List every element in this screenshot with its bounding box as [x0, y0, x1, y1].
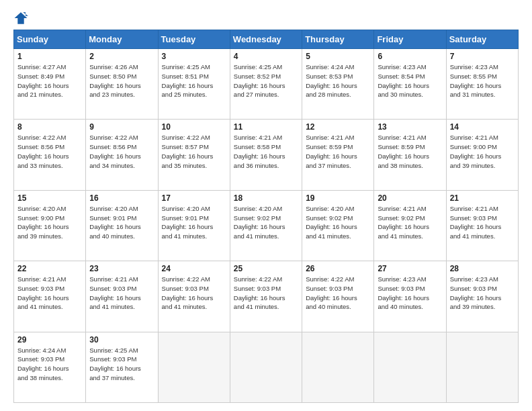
- calendar-cell: 10Sunrise: 4:22 AM Sunset: 8:57 PM Dayli…: [158, 120, 230, 190]
- calendar-header-monday: Monday: [86, 30, 158, 49]
- day-info: Sunrise: 4:21 AM Sunset: 8:59 PM Dayligh…: [378, 133, 442, 170]
- day-info: Sunrise: 4:21 AM Sunset: 9:03 PM Dayligh…: [17, 275, 82, 312]
- day-number: 5: [306, 52, 370, 61]
- calendar-cell: 24Sunrise: 4:22 AM Sunset: 9:03 PM Dayli…: [158, 261, 230, 332]
- calendar-cell: 25Sunrise: 4:22 AM Sunset: 9:03 PM Dayli…: [230, 261, 302, 332]
- calendar-cell: 20Sunrise: 4:21 AM Sunset: 9:02 PM Dayli…: [374, 190, 446, 261]
- day-number: 22: [17, 264, 82, 273]
- day-info: Sunrise: 4:22 AM Sunset: 9:03 PM Dayligh…: [234, 275, 298, 312]
- calendar-cell: 3Sunrise: 4:25 AM Sunset: 8:51 PM Daylig…: [158, 49, 230, 120]
- day-number: 7: [450, 52, 515, 61]
- day-number: 3: [162, 52, 226, 61]
- day-info: Sunrise: 4:21 AM Sunset: 9:02 PM Dayligh…: [378, 204, 442, 241]
- calendar-row-4: 29Sunrise: 4:24 AM Sunset: 9:03 PM Dayli…: [14, 332, 519, 402]
- calendar-cell: 26Sunrise: 4:22 AM Sunset: 9:03 PM Dayli…: [302, 261, 374, 332]
- calendar-cell: [230, 332, 302, 402]
- day-number: 19: [306, 193, 370, 203]
- header: [13, 11, 519, 26]
- calendar-row-1: 8Sunrise: 4:22 AM Sunset: 8:56 PM Daylig…: [14, 120, 519, 190]
- day-info: Sunrise: 4:22 AM Sunset: 8:56 PM Dayligh…: [89, 133, 154, 170]
- calendar-header-wednesday: Wednesday: [230, 30, 302, 49]
- day-number: 26: [306, 264, 370, 273]
- day-info: Sunrise: 4:25 AM Sunset: 9:03 PM Dayligh…: [89, 346, 154, 383]
- day-number: 28: [450, 264, 515, 273]
- day-info: Sunrise: 4:20 AM Sunset: 9:01 PM Dayligh…: [89, 204, 154, 241]
- day-number: 6: [378, 52, 442, 61]
- day-info: Sunrise: 4:26 AM Sunset: 8:50 PM Dayligh…: [89, 62, 154, 99]
- calendar-cell: 8Sunrise: 4:22 AM Sunset: 8:56 PM Daylig…: [14, 120, 86, 190]
- day-info: Sunrise: 4:20 AM Sunset: 9:00 PM Dayligh…: [17, 204, 82, 241]
- day-info: Sunrise: 4:23 AM Sunset: 9:03 PM Dayligh…: [450, 275, 515, 312]
- calendar-cell: 27Sunrise: 4:23 AM Sunset: 9:03 PM Dayli…: [374, 261, 446, 332]
- day-number: 29: [17, 335, 82, 345]
- page: SundayMondayTuesdayWednesdayThursdayFrid…: [0, 0, 532, 411]
- day-info: Sunrise: 4:22 AM Sunset: 9:03 PM Dayligh…: [306, 275, 370, 312]
- day-info: Sunrise: 4:20 AM Sunset: 9:02 PM Dayligh…: [234, 204, 298, 241]
- calendar-row-0: 1Sunrise: 4:27 AM Sunset: 8:49 PM Daylig…: [14, 49, 519, 120]
- calendar-cell: 29Sunrise: 4:24 AM Sunset: 9:03 PM Dayli…: [14, 332, 86, 402]
- calendar-header-friday: Friday: [374, 30, 446, 49]
- calendar-cell: 30Sunrise: 4:25 AM Sunset: 9:03 PM Dayli…: [86, 332, 158, 402]
- day-info: Sunrise: 4:24 AM Sunset: 9:03 PM Dayligh…: [17, 346, 82, 383]
- calendar-cell: 23Sunrise: 4:21 AM Sunset: 9:03 PM Dayli…: [86, 261, 158, 332]
- day-number: 4: [234, 52, 298, 61]
- calendar-cell: 28Sunrise: 4:23 AM Sunset: 9:03 PM Dayli…: [446, 261, 518, 332]
- logo-icon: [13, 11, 28, 26]
- calendar-cell: 21Sunrise: 4:21 AM Sunset: 9:03 PM Dayli…: [446, 190, 518, 261]
- day-info: Sunrise: 4:23 AM Sunset: 8:55 PM Dayligh…: [450, 62, 515, 99]
- day-number: 16: [89, 193, 154, 203]
- calendar-cell: 22Sunrise: 4:21 AM Sunset: 9:03 PM Dayli…: [14, 261, 86, 332]
- day-number: 23: [89, 264, 154, 273]
- calendar-cell: 5Sunrise: 4:24 AM Sunset: 8:53 PM Daylig…: [302, 49, 374, 120]
- day-number: 8: [17, 122, 82, 132]
- day-number: 17: [162, 193, 226, 203]
- day-info: Sunrise: 4:24 AM Sunset: 8:53 PM Dayligh…: [306, 62, 370, 99]
- day-number: 24: [162, 264, 226, 273]
- day-number: 2: [89, 52, 154, 61]
- day-number: 12: [306, 122, 370, 132]
- day-info: Sunrise: 4:21 AM Sunset: 9:00 PM Dayligh…: [450, 133, 515, 170]
- calendar-cell: 4Sunrise: 4:25 AM Sunset: 8:52 PM Daylig…: [230, 49, 302, 120]
- day-info: Sunrise: 4:23 AM Sunset: 9:03 PM Dayligh…: [378, 275, 442, 312]
- day-info: Sunrise: 4:21 AM Sunset: 9:03 PM Dayligh…: [89, 275, 154, 312]
- day-info: Sunrise: 4:22 AM Sunset: 9:03 PM Dayligh…: [162, 275, 226, 312]
- svg-marker-0: [15, 12, 28, 24]
- day-number: 25: [234, 264, 298, 273]
- day-number: 18: [234, 193, 298, 203]
- calendar-cell: 17Sunrise: 4:20 AM Sunset: 9:01 PM Dayli…: [158, 190, 230, 261]
- day-info: Sunrise: 4:21 AM Sunset: 9:03 PM Dayligh…: [450, 204, 515, 241]
- day-number: 11: [234, 122, 298, 132]
- day-info: Sunrise: 4:20 AM Sunset: 9:01 PM Dayligh…: [162, 204, 226, 241]
- calendar-cell: 15Sunrise: 4:20 AM Sunset: 9:00 PM Dayli…: [14, 190, 86, 261]
- calendar-cell: [158, 332, 230, 402]
- calendar-cell: 18Sunrise: 4:20 AM Sunset: 9:02 PM Dayli…: [230, 190, 302, 261]
- day-number: 21: [450, 193, 515, 203]
- day-info: Sunrise: 4:22 AM Sunset: 8:57 PM Dayligh…: [162, 133, 226, 170]
- logo: [13, 11, 31, 26]
- calendar-cell: [374, 332, 446, 402]
- day-info: Sunrise: 4:27 AM Sunset: 8:49 PM Dayligh…: [17, 62, 82, 99]
- calendar-header-thursday: Thursday: [302, 30, 374, 49]
- calendar-cell: 14Sunrise: 4:21 AM Sunset: 9:00 PM Dayli…: [446, 120, 518, 190]
- calendar-header-tuesday: Tuesday: [158, 30, 230, 49]
- calendar-cell: 2Sunrise: 4:26 AM Sunset: 8:50 PM Daylig…: [86, 49, 158, 120]
- day-number: 1: [17, 52, 82, 61]
- calendar-header-saturday: Saturday: [446, 30, 518, 49]
- calendar-cell: 16Sunrise: 4:20 AM Sunset: 9:01 PM Dayli…: [86, 190, 158, 261]
- day-info: Sunrise: 4:25 AM Sunset: 8:51 PM Dayligh…: [162, 62, 226, 99]
- calendar-header-row: SundayMondayTuesdayWednesdayThursdayFrid…: [14, 30, 519, 49]
- calendar-cell: 12Sunrise: 4:21 AM Sunset: 8:59 PM Dayli…: [302, 120, 374, 190]
- calendar-row-3: 22Sunrise: 4:21 AM Sunset: 9:03 PM Dayli…: [14, 261, 519, 332]
- calendar-cell: 7Sunrise: 4:23 AM Sunset: 8:55 PM Daylig…: [446, 49, 518, 120]
- day-info: Sunrise: 4:21 AM Sunset: 8:58 PM Dayligh…: [234, 133, 298, 170]
- day-number: 9: [89, 122, 154, 132]
- calendar-cell: 6Sunrise: 4:23 AM Sunset: 8:54 PM Daylig…: [374, 49, 446, 120]
- calendar-cell: 1Sunrise: 4:27 AM Sunset: 8:49 PM Daylig…: [14, 49, 86, 120]
- calendar-table: SundayMondayTuesdayWednesdayThursdayFrid…: [13, 30, 519, 403]
- day-number: 14: [450, 122, 515, 132]
- day-number: 10: [162, 122, 226, 132]
- calendar-cell: 13Sunrise: 4:21 AM Sunset: 8:59 PM Dayli…: [374, 120, 446, 190]
- day-number: 20: [378, 193, 442, 203]
- day-info: Sunrise: 4:21 AM Sunset: 8:59 PM Dayligh…: [306, 133, 370, 170]
- day-number: 13: [378, 122, 442, 132]
